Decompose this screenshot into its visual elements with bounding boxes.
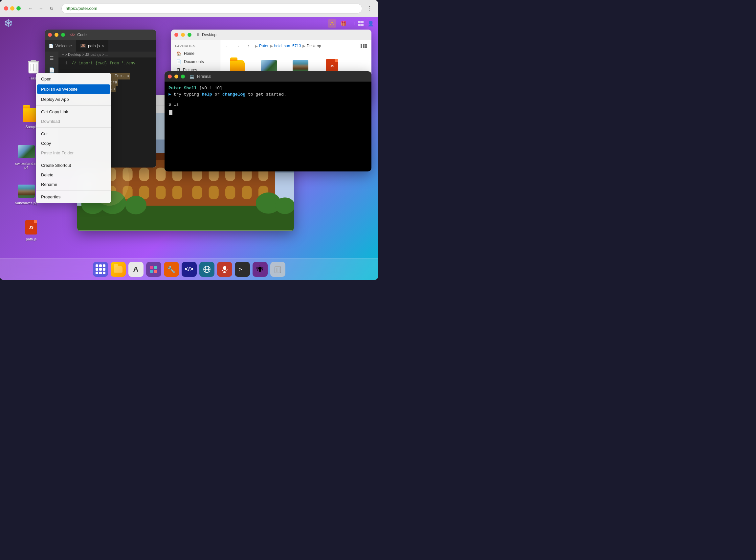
code-sidebar-menu-icon[interactable]: ☰ xyxy=(48,54,56,62)
terminal-line-1: Puter Shell [v0.1.10] xyxy=(168,86,367,91)
taskbar-code-app[interactable]: </> xyxy=(182,262,197,277)
fm-title-text: Desktop xyxy=(202,33,217,37)
fm-forward-button[interactable]: → xyxy=(234,42,242,50)
terminal-min-button[interactable] xyxy=(175,75,178,79)
fm-breadcrumb: ▶ Puter ▶ bold_sun_5713 ▶ Desktop xyxy=(255,44,321,48)
ctx-delete[interactable]: Delete xyxy=(36,170,111,180)
home-icon: 🏠 xyxy=(176,51,181,56)
minimize-button[interactable] xyxy=(10,6,15,11)
vpn-icon xyxy=(203,265,211,273)
terminal-max-button[interactable] xyxy=(181,75,185,79)
code-tab-pathjs[interactable]: JS path.js ✕ xyxy=(76,40,109,52)
taskbar-vpn-app[interactable] xyxy=(199,262,214,277)
terminal-line-2: ► try typing help or changelog to get st… xyxy=(168,92,367,97)
back-button[interactable]: ← xyxy=(26,4,35,13)
ctx-deploy-app[interactable]: Deploy As App xyxy=(36,95,111,104)
pathjs-label: path.js xyxy=(26,237,37,241)
breadcrumb-puter[interactable]: Puter xyxy=(259,44,269,48)
ctx-download[interactable]: Download xyxy=(36,117,111,126)
terminal-window: 💻 Terminal Puter Shell [v0.1.10] ► try t… xyxy=(165,71,371,172)
taskbar-wrench-app[interactable]: 🔧 xyxy=(164,262,179,277)
qr-icon[interactable] xyxy=(358,21,364,26)
wrench-icon: 🔧 xyxy=(167,265,176,273)
folder-taskbar-icon xyxy=(114,266,122,273)
desktop: ❄️ ⚠ 🎁 □ 👤 xyxy=(0,17,378,280)
code-close-button[interactable] xyxy=(48,33,52,37)
trash-taskbar-icon xyxy=(274,265,282,274)
switzerland-label: switzerland.mp4 xyxy=(15,162,38,169)
taskbar-mic-app[interactable] xyxy=(217,262,232,277)
traffic-lights xyxy=(4,6,21,11)
breadcrumb-sep1: ▶ xyxy=(270,44,273,48)
taskbar-trash[interactable] xyxy=(270,262,285,277)
svg-rect-27 xyxy=(209,186,219,199)
ctx-get-copy-link[interactable]: Get Copy Link xyxy=(36,107,111,117)
svg-rect-2 xyxy=(31,60,36,61)
pathjs-tab-icon: JS xyxy=(80,44,86,48)
fullscreen-icon[interactable]: □ xyxy=(351,20,354,27)
fm-titlebar: 🖥 Desktop xyxy=(171,29,371,40)
close-button[interactable] xyxy=(4,6,8,11)
taskbar-terminal-app[interactable]: >_ xyxy=(235,262,250,277)
ctx-sep-2 xyxy=(36,127,111,128)
favorites-header: Favorites xyxy=(171,43,220,49)
ctx-cut[interactable]: Cut xyxy=(36,129,111,139)
code-line-empty xyxy=(61,67,154,73)
svg-rect-28 xyxy=(225,186,235,199)
code-tab-welcome[interactable]: 📄 Welcome xyxy=(45,40,76,52)
taskbar-spider-app[interactable]: 🕷 xyxy=(252,262,268,277)
vancouver-label: Vancouver.jpg xyxy=(15,201,38,205)
terminal-body[interactable]: Puter Shell [v0.1.10] ► try typing help … xyxy=(165,82,371,172)
forward-button[interactable]: → xyxy=(37,4,46,13)
gift-icon[interactable]: 🎁 xyxy=(340,20,347,26)
maximize-button[interactable] xyxy=(16,6,21,11)
browser-menu-button[interactable]: ⋮ xyxy=(365,4,374,13)
fm-max-button[interactable] xyxy=(187,33,191,37)
ctx-publish-website[interactable]: Publish As Website xyxy=(37,84,110,94)
fm-close-button[interactable] xyxy=(175,33,178,37)
ctx-open[interactable]: Open xyxy=(36,74,111,84)
terminal-cursor-line xyxy=(168,110,367,116)
fm-back-button[interactable]: ← xyxy=(224,42,231,50)
breadcrumb-user[interactable]: bold_sun_5713 xyxy=(274,44,301,48)
sidebar-documents[interactable]: 📄 Documents xyxy=(172,58,219,66)
taskbar-files[interactable] xyxy=(111,262,126,277)
documents-label: Documents xyxy=(184,59,204,64)
code-breadcrumb: ~ > Desktop > JS path.js > ... xyxy=(59,52,156,58)
ctx-paste-into-folder[interactable]: Paste Into Folder xyxy=(36,148,111,158)
sidebar-home[interactable]: 🏠 Home xyxy=(172,49,219,58)
documents-icon: 📄 xyxy=(176,59,181,64)
pathjs-tab-close[interactable]: ✕ xyxy=(101,44,104,47)
taskbar-puter-app[interactable] xyxy=(146,262,161,277)
grid-icon xyxy=(96,264,105,274)
breadcrumb-arrow: ▶ xyxy=(255,44,258,48)
address-bar[interactable]: https://puter.com xyxy=(61,4,362,14)
ctx-copy[interactable]: Copy xyxy=(36,139,111,148)
terminal-close-button[interactable] xyxy=(168,75,172,79)
refresh-button[interactable]: ↻ xyxy=(47,4,56,13)
puter-header: ❄️ ⚠ 🎁 □ 👤 xyxy=(0,17,378,29)
browser-nav: ← → ↻ xyxy=(26,4,56,13)
desktop-icon-pathjs[interactable]: JS path.js xyxy=(18,217,44,242)
ctx-create-shortcut[interactable]: Create Shortcut xyxy=(36,161,111,170)
trash-icon xyxy=(25,58,42,75)
breadcrumb-desktop[interactable]: Desktop xyxy=(307,44,321,48)
fm-min-button[interactable] xyxy=(181,33,185,37)
desktop-icon-vancouver[interactable]: Vancouver.jpg xyxy=(13,181,39,206)
fm-up-button[interactable]: ↑ xyxy=(245,42,252,50)
taskbar-app-grid[interactable] xyxy=(93,262,108,277)
code-min-button[interactable] xyxy=(55,33,59,37)
welcome-tab-label: Welcome xyxy=(56,44,72,48)
ctx-sep-4 xyxy=(36,191,111,191)
account-icon[interactable]: 👤 xyxy=(367,20,374,26)
desktop-icon-switzerland[interactable]: switzerland.mp4 xyxy=(13,142,39,171)
taskbar-font-app[interactable]: A xyxy=(128,262,144,277)
warning-icon[interactable]: ⚠ xyxy=(328,19,336,27)
ctx-properties[interactable]: Properties xyxy=(36,192,111,202)
ctx-rename[interactable]: Rename xyxy=(36,180,111,189)
code-max-button[interactable] xyxy=(61,33,65,37)
url-text: https://puter.com xyxy=(66,6,97,11)
svg-rect-13 xyxy=(139,167,149,181)
fm-view-toggle[interactable] xyxy=(359,43,368,49)
pathjs-tab-label: path.js xyxy=(88,44,100,48)
